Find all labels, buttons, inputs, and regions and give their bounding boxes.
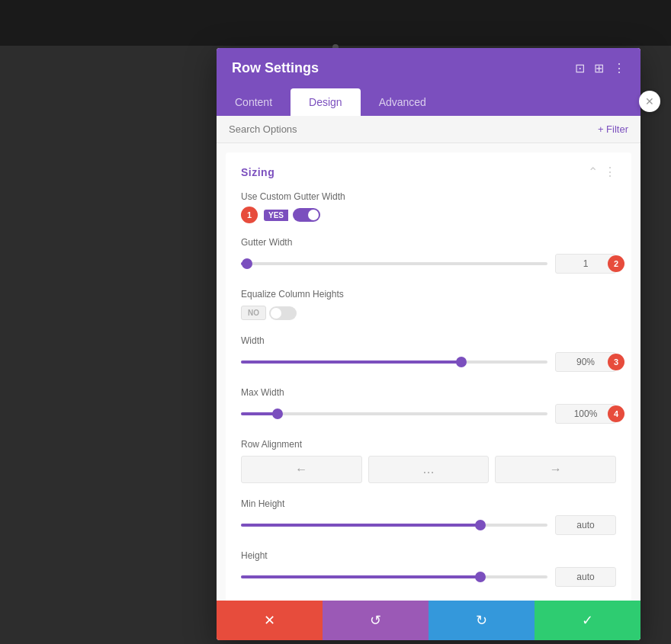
width-field: Width 90% 3 — [241, 335, 616, 372]
badge-4: 4 — [608, 405, 624, 422]
align-right-button[interactable]: → — [495, 456, 616, 483]
gutter-width-label: Gutter Width — [241, 237, 616, 248]
badge-1: 1 — [241, 207, 258, 223]
min-height-slider[interactable] — [241, 524, 547, 527]
max-width-slider[interactable] — [241, 412, 547, 415]
filter-button[interactable]: + Filter — [598, 123, 628, 135]
max-width-control: 100% 4 — [241, 404, 616, 424]
align-left-button[interactable]: ← — [241, 456, 362, 483]
reset-button[interactable]: ↺ — [323, 601, 429, 640]
gutter-width-control: 1 2 — [241, 254, 616, 274]
min-height-field: Min Height auto — [241, 498, 616, 535]
max-width-label: Max Width — [241, 387, 616, 398]
badge-3: 3 — [608, 354, 624, 370]
gutter-width-field: Gutter Width 1 2 — [241, 237, 616, 274]
search-input[interactable] — [229, 123, 598, 135]
custom-gutter-toggle-wrap: 1 YES — [264, 208, 320, 222]
min-height-control: auto — [241, 515, 616, 535]
header-icons: ⊡ ⊞ ⋮ — [575, 61, 625, 75]
modal-footer: ✕ ↺ ↻ ✓ — [217, 601, 640, 640]
save-button[interactable]: ✓ — [535, 601, 640, 640]
use-custom-gutter-field: Use Custom Gutter Width 1 YES — [241, 191, 616, 222]
min-height-value: auto — [555, 515, 616, 535]
row-alignment-control: ← … → — [241, 456, 616, 483]
width-control: 90% 3 — [241, 352, 616, 372]
toggle-yes-label: YES — [264, 210, 288, 221]
width-slider[interactable] — [241, 360, 547, 364]
height-label: Height — [241, 550, 616, 561]
equalize-toggle[interactable]: NO — [241, 306, 297, 320]
min-height-label: Min Height — [241, 498, 616, 509]
section-header-icons: ⌃ ⋮ — [588, 165, 616, 179]
width-thumb[interactable] — [456, 357, 467, 367]
badge-2: 2 — [608, 255, 624, 272]
row-alignment-label: Row Alignment — [241, 439, 616, 450]
height-field: Height auto — [241, 550, 616, 587]
equalize-column-heights-field: Equalize Column Heights NO — [241, 289, 616, 320]
max-width-thumb[interactable] — [272, 409, 283, 419]
refresh-button[interactable]: ↻ — [429, 601, 535, 640]
equalize-column-heights-label: Equalize Column Heights — [241, 289, 616, 300]
width-fill — [241, 360, 461, 364]
gutter-width-thumb[interactable] — [242, 258, 252, 269]
gutter-width-value-wrap: 1 2 — [555, 254, 616, 274]
height-control: auto — [241, 567, 616, 587]
section-more-icon[interactable]: ⋮ — [604, 165, 616, 179]
gutter-width-value: 1 — [555, 254, 616, 274]
cancel-button[interactable]: ✕ — [217, 601, 323, 640]
section-title: Sizing — [241, 166, 274, 178]
alignment-buttons: ← … → — [241, 456, 616, 483]
close-button[interactable]: ✕ — [639, 91, 660, 112]
min-height-fill — [241, 524, 480, 527]
section-header: Sizing ⌃ ⋮ — [241, 165, 616, 179]
max-width-value-wrap: 100% 4 — [555, 404, 616, 424]
max-width-value: 100% — [555, 404, 616, 424]
top-bar — [0, 0, 671, 46]
tab-design[interactable]: Design — [291, 88, 361, 116]
equalize-switch[interactable] — [269, 306, 297, 320]
height-thumb[interactable] — [475, 572, 486, 582]
max-width-field: Max Width 100% 4 — [241, 387, 616, 424]
modal-title: Row Settings — [232, 60, 319, 76]
height-fill — [241, 575, 480, 578]
fullscreen-icon[interactable]: ⊡ — [575, 61, 585, 75]
row-alignment-field: Row Alignment ← … → — [241, 439, 616, 483]
split-icon[interactable]: ⊞ — [594, 61, 604, 75]
use-custom-gutter-control: 1 YES — [241, 208, 616, 222]
height-slider[interactable] — [241, 575, 547, 578]
modal-content: Sizing ⌃ ⋮ Use Custom Gutter Width 1 YES — [217, 143, 640, 601]
sizing-section: Sizing ⌃ ⋮ Use Custom Gutter Width 1 YES — [226, 152, 631, 601]
height-value: auto — [555, 567, 616, 587]
width-value: 90% — [555, 352, 616, 372]
tabs-bar: Content Design Advanced — [217, 88, 640, 116]
use-custom-gutter-label: Use Custom Gutter Width — [241, 191, 616, 202]
width-label: Width — [241, 335, 616, 346]
more-icon[interactable]: ⋮ — [613, 61, 625, 75]
equalize-column-heights-control: NO — [241, 306, 616, 320]
gutter-width-slider[interactable] — [241, 262, 547, 265]
collapse-icon[interactable]: ⌃ — [588, 165, 598, 179]
min-height-thumb[interactable] — [475, 520, 486, 530]
modal-header: Row Settings ⊡ ⊞ ⋮ — [217, 48, 640, 88]
equalize-no-label: NO — [241, 306, 266, 320]
custom-gutter-toggle[interactable] — [293, 208, 320, 222]
modal: Row Settings ⊡ ⊞ ⋮ Content Design Advanc… — [217, 48, 640, 640]
tab-advanced[interactable]: Advanced — [361, 88, 445, 116]
tab-content[interactable]: Content — [217, 88, 291, 116]
search-bar: + Filter — [217, 116, 640, 143]
align-center-button[interactable]: … — [368, 456, 490, 483]
width-value-wrap: 90% 3 — [555, 352, 616, 372]
